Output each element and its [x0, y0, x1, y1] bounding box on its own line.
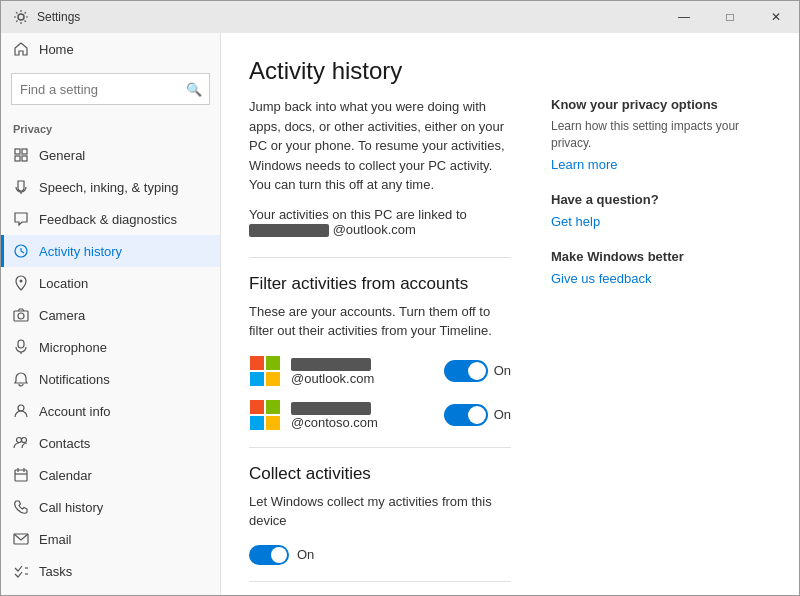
feedback-icon — [13, 211, 29, 227]
calendar-icon — [13, 467, 29, 483]
right-gethelp-link[interactable]: Get help — [551, 214, 600, 229]
sidebar-item-contacts[interactable]: Contacts — [1, 427, 220, 459]
account2-redacted — [291, 402, 371, 415]
right-question-title: Have a question? — [551, 192, 771, 207]
linked-suffix: @outlook.com — [333, 222, 416, 237]
sidebar: Home 🔍 Privacy General Speec — [1, 33, 221, 595]
close-button[interactable]: ✕ — [753, 1, 799, 33]
account2-toggle[interactable] — [444, 404, 488, 426]
svg-point-12 — [18, 405, 24, 411]
collect-desc: Let Windows collect my activities from t… — [249, 492, 511, 531]
sidebar-item-callhistory[interactable]: Call history — [1, 491, 220, 523]
search-input[interactable] — [11, 73, 210, 105]
svg-point-7 — [20, 280, 23, 283]
svg-rect-28 — [250, 416, 264, 430]
filter-title: Filter activities from accounts — [249, 274, 511, 294]
activity-icon — [13, 243, 29, 259]
speech-icon — [13, 179, 29, 195]
ms-logo-1 — [249, 355, 281, 387]
search-icon: 🔍 — [186, 82, 202, 97]
sidebar-item-general[interactable]: General — [1, 139, 220, 171]
main-layout: Jump back into what you were doing with … — [249, 97, 771, 595]
collect-toggle-label: On — [297, 547, 314, 562]
svg-rect-23 — [266, 356, 280, 370]
location-icon — [13, 275, 29, 291]
sidebar-item-email[interactable]: Email — [1, 523, 220, 555]
main-description: Jump back into what you were doing with … — [249, 97, 511, 195]
camera-icon — [13, 307, 29, 323]
sidebar-item-location[interactable]: Location — [1, 267, 220, 299]
sidebar-item-activity[interactable]: Activity history — [1, 235, 220, 267]
titlebar-left: Settings — [13, 9, 80, 25]
svg-rect-10 — [18, 340, 24, 348]
privacy-section-label: Privacy — [1, 115, 220, 139]
account1-redacted — [291, 358, 371, 371]
sidebar-item-account[interactable]: Account info — [1, 395, 220, 427]
svg-rect-29 — [266, 416, 280, 430]
sidebar-activity-label: Activity history — [39, 244, 122, 259]
svg-point-14 — [22, 438, 27, 443]
linked-account-text: Your activities on this PC are linked to… — [249, 207, 511, 237]
account1-toggle-label: On — [494, 363, 511, 378]
svg-rect-27 — [266, 400, 280, 414]
sidebar-item-calendar[interactable]: Calendar — [1, 459, 220, 491]
account-row-1: @outlook.com On — [249, 355, 511, 387]
sidebar-item-camera[interactable]: Camera — [1, 299, 220, 331]
ms-logo-2 — [249, 399, 281, 431]
collect-toggle[interactable] — [249, 545, 289, 565]
sidebar-home-label: Home — [39, 42, 74, 57]
svg-point-9 — [18, 313, 24, 319]
sidebar-location-label: Location — [39, 276, 88, 291]
svg-point-13 — [17, 438, 22, 443]
sidebar-item-feedback[interactable]: Feedback & diagnostics — [1, 203, 220, 235]
page-title: Activity history — [249, 57, 771, 85]
sidebar-item-home[interactable]: Home — [1, 33, 220, 65]
sidebar-email-label: Email — [39, 532, 72, 547]
sidebar-item-speech[interactable]: Speech, inking, & typing — [1, 171, 220, 203]
right-question-section: Have a question? Get help — [551, 192, 771, 229]
right-feedback-link[interactable]: Give us feedback — [551, 271, 651, 286]
svg-point-0 — [18, 14, 24, 20]
svg-rect-26 — [250, 400, 264, 414]
account1-toggle-container: On — [444, 360, 511, 382]
account-icon — [13, 403, 29, 419]
sidebar-contacts-label: Contacts — [39, 436, 90, 451]
svg-rect-24 — [250, 372, 264, 386]
sidebar-callhistory-label: Call history — [39, 500, 103, 515]
main-content-area: Home 🔍 Privacy General Speec — [1, 33, 799, 595]
svg-rect-15 — [15, 470, 27, 481]
svg-rect-2 — [22, 149, 27, 154]
account2-email: @contoso.com — [291, 400, 434, 430]
tasks-icon — [13, 563, 29, 579]
notifications-icon — [13, 371, 29, 387]
sidebar-item-notifications[interactable]: Notifications — [1, 363, 220, 395]
main-content: Jump back into what you were doing with … — [249, 97, 511, 595]
right-privacy-section: Know your privacy options Learn how this… — [551, 97, 771, 172]
account2-suffix: @contoso.com — [291, 415, 378, 430]
collect-row: On — [249, 545, 511, 565]
collect-title: Collect activities — [249, 464, 511, 484]
right-feedback-section: Make Windows better Give us feedback — [551, 249, 771, 286]
account-row-2: @contoso.com On — [249, 399, 511, 431]
svg-rect-25 — [266, 372, 280, 386]
sidebar-item-microphone[interactable]: Microphone — [1, 331, 220, 363]
settings-window: Settings — □ ✕ Home 🔍 Privacy — [0, 0, 800, 596]
sidebar-tasks-label: Tasks — [39, 564, 72, 579]
settings-app-icon — [13, 9, 29, 25]
sidebar-speech-label: Speech, inking, & typing — [39, 180, 178, 195]
maximize-button[interactable]: □ — [707, 1, 753, 33]
sidebar-notifications-label: Notifications — [39, 372, 110, 387]
account1-email: @outlook.com — [291, 356, 434, 386]
linked-prefix: Your activities on this PC are linked to — [249, 207, 467, 222]
home-icon — [13, 41, 29, 57]
search-box: 🔍 — [11, 73, 210, 105]
sidebar-item-tasks[interactable]: Tasks — [1, 555, 220, 587]
right-privacy-title: Know your privacy options — [551, 97, 771, 112]
titlebar: Settings — □ ✕ — [1, 1, 799, 33]
right-learn-more-link[interactable]: Learn more — [551, 157, 617, 172]
account2-toggle-label: On — [494, 407, 511, 422]
sidebar-camera-label: Camera — [39, 308, 85, 323]
account1-toggle[interactable] — [444, 360, 488, 382]
email-icon — [13, 531, 29, 547]
minimize-button[interactable]: — — [661, 1, 707, 33]
